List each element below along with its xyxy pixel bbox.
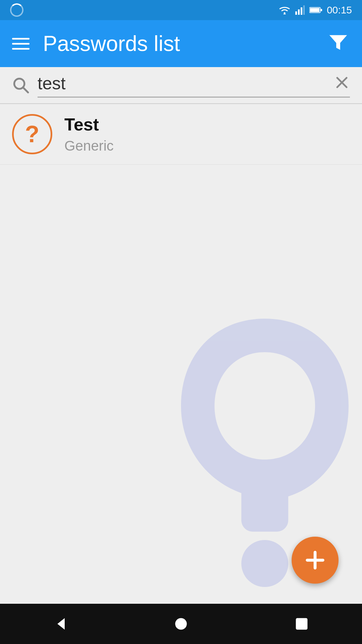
item-info: Test Generic bbox=[64, 114, 114, 154]
nav-bar bbox=[0, 604, 362, 644]
list-item[interactable]: ? Test Generic bbox=[0, 104, 362, 165]
menu-button[interactable] bbox=[12, 38, 29, 50]
svg-point-16 bbox=[175, 618, 187, 630]
nav-back-button[interactable] bbox=[47, 610, 74, 637]
battery-icon bbox=[309, 6, 322, 14]
item-title: Test bbox=[64, 114, 114, 135]
status-bar-right: 00:15 bbox=[279, 4, 352, 16]
page-title: Passwords list bbox=[43, 31, 180, 56]
svg-rect-6 bbox=[310, 8, 320, 12]
search-input-wrapper bbox=[38, 73, 350, 98]
filter-icon bbox=[326, 31, 350, 55]
svg-rect-7 bbox=[321, 9, 322, 11]
svg-rect-2 bbox=[298, 9, 300, 15]
filter-button[interactable] bbox=[326, 31, 350, 56]
status-time: 00:15 bbox=[327, 4, 352, 16]
svg-line-9 bbox=[23, 88, 28, 93]
svg-rect-4 bbox=[303, 5, 305, 15]
status-bar-left bbox=[10, 3, 23, 17]
item-subtitle: Generic bbox=[64, 138, 114, 154]
svg-point-12 bbox=[241, 540, 288, 587]
svg-rect-1 bbox=[295, 11, 297, 15]
svg-rect-17 bbox=[296, 618, 308, 630]
search-icon bbox=[12, 76, 29, 94]
add-icon bbox=[303, 548, 327, 572]
add-password-button[interactable] bbox=[292, 537, 339, 584]
wifi-icon bbox=[279, 5, 291, 15]
svg-rect-3 bbox=[301, 7, 302, 15]
clear-icon bbox=[334, 74, 350, 91]
search-bar bbox=[0, 67, 362, 104]
status-bar: 00:15 bbox=[0, 0, 362, 20]
app-bar-left: Passwords list bbox=[12, 31, 180, 56]
item-icon: ? bbox=[12, 114, 52, 154]
loading-spinner bbox=[10, 3, 23, 17]
svg-point-0 bbox=[284, 12, 285, 14]
app-bar: Passwords list bbox=[0, 20, 362, 67]
search-input[interactable] bbox=[38, 73, 326, 93]
search-clear-button[interactable] bbox=[334, 74, 350, 92]
home-icon bbox=[172, 615, 190, 633]
recents-icon bbox=[293, 615, 310, 633]
nav-recents-button[interactable] bbox=[288, 610, 315, 637]
signal-icon bbox=[295, 5, 305, 15]
nav-home-button[interactable] bbox=[168, 610, 194, 637]
svg-marker-15 bbox=[57, 618, 65, 630]
back-icon bbox=[52, 615, 69, 633]
